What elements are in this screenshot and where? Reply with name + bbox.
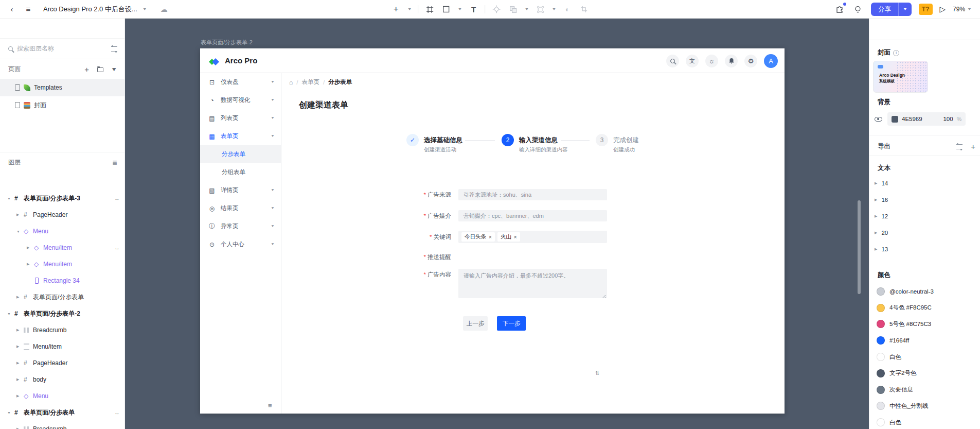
text-tool-icon[interactable]: T <box>469 3 479 15</box>
layer-row[interactable]: body ↔ <box>0 371 125 388</box>
background-hex-value[interactable]: 4E5969 <box>902 116 939 122</box>
page-folder-icon[interactable] <box>97 67 103 72</box>
background-color-swatch[interactable] <box>892 116 898 123</box>
layer-search-bar[interactable]: 搜索图层名称 <box>0 39 124 59</box>
move-tool-icon[interactable] <box>492 3 502 15</box>
cover-thumbnail[interactable]: Arco Design 系统模板 <box>873 61 928 93</box>
previous-step-button[interactable]: 上一步 <box>463 316 488 331</box>
tag-sort-icon[interactable]: ⇅ <box>595 370 599 376</box>
mock-search-icon[interactable] <box>666 55 679 67</box>
vector-points-icon[interactable] <box>535 3 545 15</box>
boolean-dropdown-icon[interactable]: ▼ <box>525 7 529 11</box>
layer-expand-icon[interactable] <box>7 312 14 316</box>
mock-menu-item[interactable]: ▧ 详情页 ▼ <box>200 181 281 199</box>
layer-row[interactable]: Menu/item ↔ <box>0 256 125 272</box>
share-button-label[interactable]: 分享 <box>871 3 898 16</box>
filter-icon[interactable] <box>111 46 117 52</box>
pages-collapse-icon[interactable]: ▼ <box>111 66 117 72</box>
mock-notifications-bell-icon[interactable] <box>725 55 738 67</box>
mock-sidebar-collapse-icon[interactable]: ≡ <box>268 402 272 409</box>
layer-expand-icon[interactable] <box>16 295 24 299</box>
layer-expand-icon[interactable] <box>16 377 24 382</box>
mock-theme-icon[interactable]: ☼ <box>705 55 718 67</box>
color-style-row[interactable]: 中性色_分割线 <box>869 398 980 415</box>
layer-row[interactable]: 表单页面/分步表单 ↔ <box>0 404 125 421</box>
background-color-control[interactable]: 4E5969 100 % <box>887 112 966 126</box>
keywords-tag-field[interactable]: 今日头条 × 火山 × <box>458 231 607 243</box>
layer-row[interactable]: Menu/item ↔ <box>0 338 125 355</box>
background-opacity-value[interactable]: 100 <box>943 116 953 122</box>
layer-expand-icon[interactable] <box>16 213 24 217</box>
text-size-row[interactable]: ▶ 13 <box>869 241 980 258</box>
crop-tool-icon[interactable] <box>579 3 589 15</box>
keyword-tag[interactable]: 今日头条 × <box>461 232 495 242</box>
layer-expand-icon[interactable] <box>16 394 24 398</box>
next-step-button[interactable]: 下一步 <box>497 316 526 331</box>
mock-menu-item[interactable]: ▤ 列表页 ▼ <box>200 109 281 127</box>
mock-menu-item[interactable]: ⓘ 异常页 ▼ <box>200 217 281 235</box>
text-size-row[interactable]: ▶ 12 <box>869 208 980 225</box>
color-style-row[interactable]: 次要信息 <box>869 382 980 398</box>
expand-triangle-icon[interactable]: ▶ <box>875 181 877 185</box>
layer-row[interactable]: PageHeader ↔ <box>0 355 125 371</box>
insert-tool-icon[interactable]: + <box>391 3 401 15</box>
layer-row[interactable]: Menu ↔ <box>0 223 125 239</box>
mock-menu-item[interactable]: ◔ 数据可视化 ▼ <box>200 91 281 109</box>
mock-menu-item[interactable]: ◎ 结果页 ▼ <box>200 199 281 217</box>
layer-row[interactable]: Menu ↔ <box>0 388 125 404</box>
mock-language-icon[interactable]: 文 <box>686 55 699 67</box>
design-frame[interactable]: Arco Pro 文 ☼ ⚙ A ⊡ 仪表盘 <box>200 48 785 414</box>
layer-expand-icon[interactable] <box>16 230 24 233</box>
keyword-tag[interactable]: 火山 × <box>497 232 520 242</box>
plugins-icon[interactable] <box>834 4 845 15</box>
zoom-level-control[interactable]: 79% ▼ <box>953 6 972 13</box>
trial-badge[interactable]: T? <box>919 4 933 15</box>
text-size-row[interactable]: ▶ 16 <box>869 192 980 208</box>
ad-content-textarea[interactable] <box>458 269 607 298</box>
idea-lightbulb-icon[interactable] <box>852 4 864 15</box>
layer-expand-icon[interactable] <box>27 262 34 266</box>
layer-expand-icon[interactable] <box>27 246 34 250</box>
ad-source-input[interactable] <box>458 189 607 200</box>
mock-settings-gear-icon[interactable]: ⚙ <box>744 55 757 67</box>
collapse-layers-icon[interactable]: ≣ <box>112 159 117 166</box>
shape-tool-icon[interactable] <box>441 3 452 15</box>
expand-triangle-icon[interactable]: ▶ <box>875 214 877 218</box>
canvas-scrollbar[interactable] <box>858 200 861 294</box>
layer-row[interactable]: 表单页面/分步表单 ↔ <box>0 289 125 305</box>
document-title[interactable]: Arco Design Pro 2.0 中后台设... <box>43 5 137 14</box>
mock-menu-item[interactable]: 分步表单 ▼ <box>200 145 281 163</box>
expand-triangle-icon[interactable]: ▶ <box>875 247 877 251</box>
layer-expand-icon[interactable] <box>16 427 24 429</box>
info-icon[interactable]: i <box>893 50 899 56</box>
ad-medium-input[interactable] <box>458 210 607 221</box>
main-menu-icon[interactable]: ≡ <box>23 4 34 15</box>
mock-user-avatar[interactable]: A <box>764 54 778 68</box>
layer-row[interactable]: Breadcrumb ↔ <box>0 421 125 429</box>
export-settings-icon[interactable] <box>956 144 963 149</box>
contrast-tool-icon[interactable]: ◐ <box>562 3 573 15</box>
remove-tag-icon[interactable]: × <box>514 234 517 240</box>
page-list-item[interactable]: 封面 <box>0 96 124 114</box>
layer-row[interactable]: Rectangle 34 ↔ <box>0 272 125 289</box>
layer-row[interactable]: 表单页面/分步表单-2 ↔ <box>0 305 125 322</box>
color-style-row[interactable]: 5号色 #8C75C3 <box>869 316 980 333</box>
share-dropdown-icon[interactable]: ▼ <box>898 3 912 16</box>
text-size-row[interactable]: ▶ 14 <box>869 175 980 192</box>
layer-expand-icon[interactable] <box>16 361 24 365</box>
layer-row[interactable]: Breadcrumb ↔ <box>0 322 125 338</box>
text-size-row[interactable]: ▶ 20 <box>869 225 980 241</box>
mock-menu-item[interactable]: ⊡ 仪表盘 ▼ <box>200 73 281 91</box>
remove-tag-icon[interactable]: × <box>489 234 492 240</box>
mock-menu-item[interactable]: 分组表单 ▼ <box>200 163 281 181</box>
frame-tool-icon[interactable] <box>425 3 435 15</box>
color-style-row[interactable]: 白色 <box>869 414 980 429</box>
layer-expand-icon[interactable] <box>7 197 14 200</box>
vector-dropdown-icon[interactable]: ▼ <box>551 7 556 11</box>
layer-expand-icon[interactable] <box>7 411 14 415</box>
title-dropdown-icon[interactable]: ▼ <box>142 7 147 11</box>
layer-row[interactable]: PageHeader ↔ <box>0 207 125 223</box>
mock-menu-item[interactable]: ⊙ 个人中心 ▼ <box>200 235 281 253</box>
layer-row[interactable]: 表单页面/分步表单-3 ↔ <box>0 190 125 207</box>
present-play-icon[interactable]: ▷ <box>940 5 946 14</box>
